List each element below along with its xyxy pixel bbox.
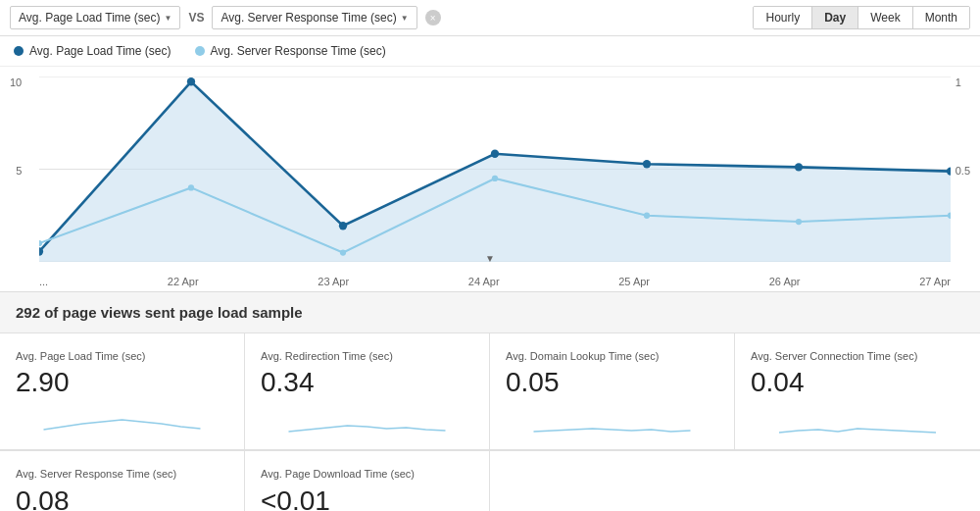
stat-label-server-response: Avg. Server Response Time (sec) [16,467,228,481]
legend-item-2: Avg. Server Response Time (sec) [195,44,386,58]
svg-point-8 [643,160,651,168]
stat-value-server-connection: 0.04 [751,367,964,398]
stat-card-empty-2 [735,451,980,511]
x-label-27apr: 27 Apr [919,276,951,287]
stat-label-page-download: Avg. Page Download Time (sec) [261,467,473,481]
stats-header-text: 292 of page views sent page load sample [16,304,303,321]
metric2-dropdown[interactable]: Avg. Server Response Time (sec) ▼ [212,6,416,29]
expand-chart-button[interactable]: ▼ [485,253,495,264]
legend-dot-server-response [195,46,205,56]
y-right-mid: 0.5 [956,165,970,177]
chart-area: 10 5 1 0.5 [0,67,980,292]
stat-value-page-load: 2.90 [16,367,228,398]
y-axis-right: 1 0.5 [956,77,970,252]
metric1-caret-icon: ▼ [165,14,172,23]
metric1-label: Avg. Page Load Time (sec) [19,11,161,25]
mini-chart-redirection [261,402,473,436]
stat-value-page-download: <0.01 [261,485,473,511]
stats-grid-bottom: Avg. Server Response Time (sec) 0.08 Avg… [0,451,980,511]
mini-chart-page-load [16,402,228,436]
x-label-25apr: 25 Apr [618,276,650,287]
svg-point-7 [491,150,499,158]
mini-chart-server-connection [751,402,964,436]
y-axis-left: 10 5 [10,77,22,252]
svg-point-14 [492,176,498,181]
x-label-26apr: 26 Apr [769,276,801,287]
stat-label-domain-lookup: Avg. Domain Lookup Time (sec) [506,349,718,363]
metric-selector: Avg. Page Load Time (sec) ▼ VS Avg. Serv… [10,6,441,29]
day-button[interactable]: Day [812,7,858,28]
svg-point-5 [187,77,195,85]
stats-header: 292 of page views sent page load sample [0,292,980,333]
stat-card-redirection: Avg. Redirection Time (sec) 0.34 [245,333,490,450]
close-metric2-button[interactable]: × [425,10,441,26]
legend-item-1: Avg. Page Load Time (sec) [14,44,172,58]
legend-dot-page-load [14,46,24,56]
stat-card-server-connection: Avg. Server Connection Time (sec) 0.04 [735,333,980,450]
stat-card-server-response: Avg. Server Response Time (sec) 0.08 [0,451,245,511]
x-label-24apr: 24 Apr [468,276,500,287]
y-left-mid: 5 [16,165,22,177]
x-axis-labels: ... 22 Apr 23 Apr 24 Apr 25 Apr 26 Apr 2… [39,276,951,287]
time-period-buttons: Hourly Day Week Month [753,6,970,29]
svg-point-15 [644,213,650,219]
svg-point-16 [796,219,802,225]
stat-label-page-load: Avg. Page Load Time (sec) [16,349,228,363]
svg-point-6 [339,222,347,230]
svg-point-12 [188,184,194,190]
stat-value-redirection: 0.34 [261,367,473,398]
mini-chart-domain-lookup [506,402,718,436]
stat-label-redirection: Avg. Redirection Time (sec) [261,349,473,363]
stat-card-page-load: Avg. Page Load Time (sec) 2.90 [0,333,245,450]
x-label-23apr: 23 Apr [318,276,349,287]
vs-label: VS [188,11,204,25]
x-label-0: ... [39,276,48,287]
stat-value-server-response: 0.08 [16,485,228,511]
svg-point-11 [39,240,42,246]
line-chart [39,77,951,262]
stat-label-server-connection: Avg. Server Connection Time (sec) [751,349,964,363]
stat-card-empty-1 [490,451,735,511]
metric2-caret-icon: ▼ [401,14,409,23]
hourly-button[interactable]: Hourly [754,7,812,28]
week-button[interactable]: Week [858,7,912,28]
toolbar: Avg. Page Load Time (sec) ▼ VS Avg. Serv… [0,0,980,36]
stat-card-domain-lookup: Avg. Domain Lookup Time (sec) 0.05 [490,333,735,450]
stats-grid-top: Avg. Page Load Time (sec) 2.90 Avg. Redi… [0,333,980,451]
y-right-top: 1 [956,77,961,88]
legend-label-page-load: Avg. Page Load Time (sec) [29,44,172,58]
chart-legend: Avg. Page Load Time (sec) Avg. Server Re… [0,36,980,67]
metric2-label: Avg. Server Response Time (sec) [220,11,396,25]
chart-svg-wrapper [39,77,951,262]
svg-point-13 [340,249,346,255]
svg-point-9 [795,163,803,171]
legend-label-server-response: Avg. Server Response Time (sec) [211,44,386,58]
stat-card-page-download: Avg. Page Download Time (sec) <0.01 [245,451,490,511]
month-button[interactable]: Month [913,7,969,28]
metric1-dropdown[interactable]: Avg. Page Load Time (sec) ▼ [10,6,180,29]
y-left-top: 10 [10,77,22,88]
stat-value-domain-lookup: 0.05 [506,367,718,398]
x-label-22apr: 22 Apr [168,276,199,287]
svg-marker-3 [39,81,951,262]
